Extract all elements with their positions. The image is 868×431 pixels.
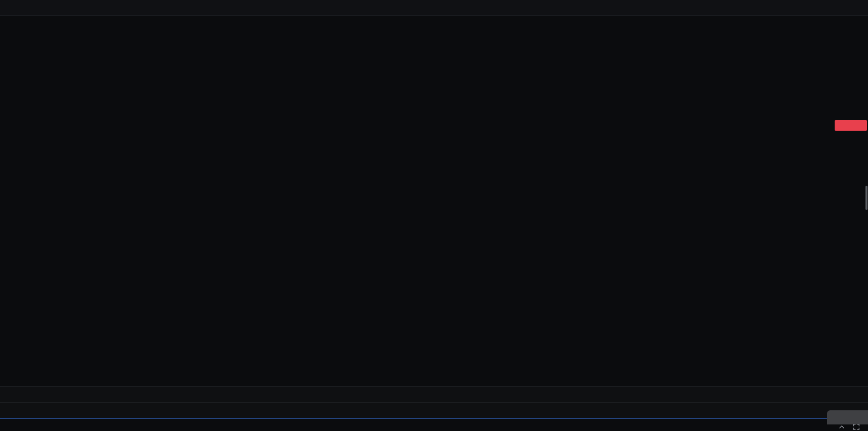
indicator-toolbar <box>0 386 868 403</box>
ai-analysis-button[interactable] <box>827 410 868 424</box>
trading-chart-app <box>0 0 868 431</box>
expand-icon[interactable] <box>852 423 860 431</box>
current-price-badge <box>835 120 867 131</box>
chevron-up-icon[interactable] <box>838 423 846 431</box>
corner-icons <box>838 423 860 431</box>
top-toolbar <box>0 0 868 16</box>
price-chart-canvas[interactable] <box>0 0 868 431</box>
time-axis[interactable] <box>0 375 834 386</box>
timeframe-toolbar <box>0 402 868 419</box>
bottom-toolbar <box>0 418 868 431</box>
scrollbar-thumb[interactable] <box>865 186 867 210</box>
